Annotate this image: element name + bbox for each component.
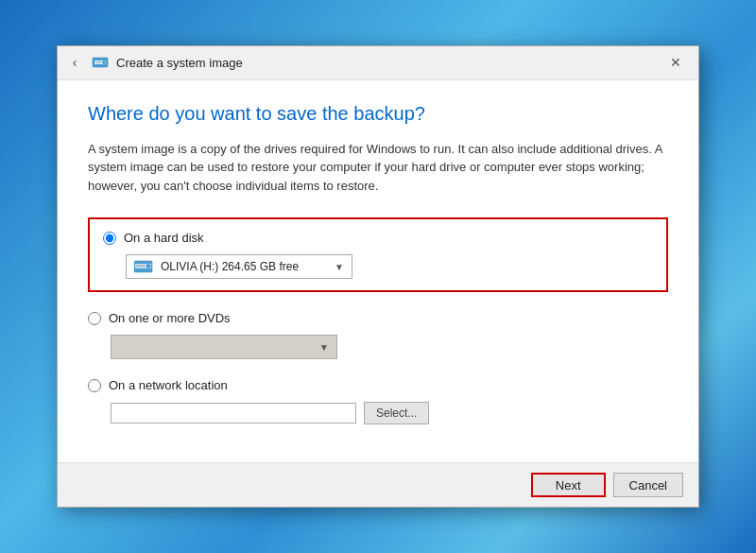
network-radio-row: On a network location <box>88 378 668 392</box>
description-text: A system image is a copy of the drives r… <box>88 140 668 196</box>
dropdown-chevron-icon: ▼ <box>335 262 344 272</box>
hdd-drive-icon <box>134 260 153 273</box>
svg-point-2 <box>103 61 106 64</box>
dialog-window: ‹ Create a system image ✕ Where do you w… <box>57 45 699 509</box>
dvd-dropdown-chevron-icon: ▼ <box>319 342 329 353</box>
dvd-radio-row: On one or more DVDs <box>88 311 668 325</box>
cancel-button[interactable]: Cancel <box>613 473 683 497</box>
dvd-dropdown-row: ▼ <box>111 335 668 359</box>
network-radio[interactable] <box>88 379 101 392</box>
network-label: On a network location <box>109 378 228 392</box>
svg-rect-3 <box>95 62 101 63</box>
dialog-title: Create a system image <box>116 56 243 70</box>
svg-rect-7 <box>136 266 145 267</box>
page-heading: Where do you want to save the backup? <box>88 103 668 125</box>
next-button[interactable]: Next <box>531 473 606 497</box>
select-network-button[interactable]: Select... <box>364 402 429 424</box>
svg-point-6 <box>146 265 150 268</box>
hard-disk-option-section: On a hard disk OLIVIA (H:) 264.65 GB fre… <box>88 217 668 292</box>
close-button[interactable]: ✕ <box>664 51 687 74</box>
dvd-label: On one or more DVDs <box>109 311 231 325</box>
hard-disk-dropdown-row: OLIVIA (H:) 264.65 GB free ▼ <box>126 254 653 279</box>
hard-disk-dropdown-value: OLIVIA (H:) 264.65 GB free <box>161 260 327 273</box>
network-location-input[interactable] <box>111 403 356 423</box>
hard-disk-radio-row: On a hard disk <box>103 231 653 245</box>
dialog-content: Where do you want to save the backup? A … <box>58 80 698 463</box>
back-button[interactable]: ‹ <box>65 53 84 72</box>
network-input-row: Select... <box>111 402 668 424</box>
dvd-option-section: On one or more DVDs ▼ <box>88 311 668 359</box>
dvd-dropdown[interactable]: ▼ <box>111 335 337 359</box>
network-option-section: On a network location Select... <box>88 378 668 424</box>
title-bar: ‹ Create a system image ✕ <box>58 46 698 80</box>
system-image-icon <box>92 54 109 71</box>
hard-disk-radio[interactable] <box>103 232 116 245</box>
hard-disk-dropdown[interactable]: OLIVIA (H:) 264.65 GB free ▼ <box>126 254 352 279</box>
hard-disk-label: On a hard disk <box>124 231 204 245</box>
title-bar-left: ‹ Create a system image <box>65 53 243 72</box>
dialog-footer: Next Cancel <box>58 462 698 507</box>
dvd-radio[interactable] <box>88 312 101 325</box>
